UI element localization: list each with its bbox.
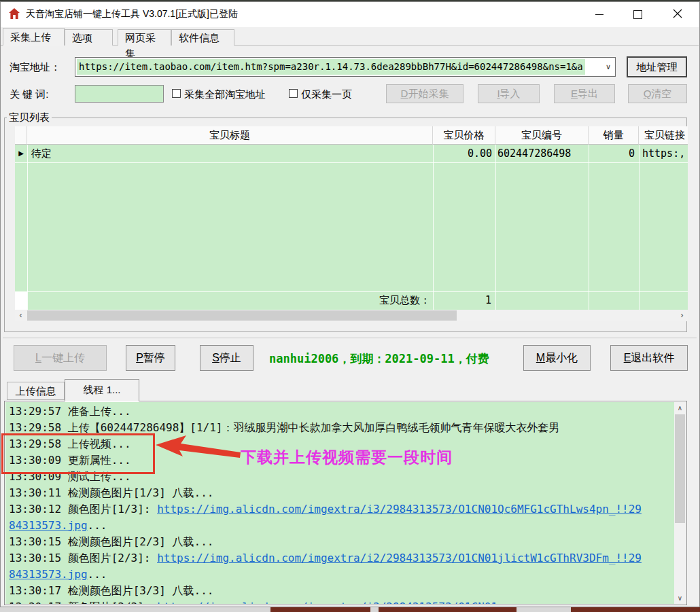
column-header-title[interactable]: 宝贝标题 [27, 126, 433, 145]
log-link[interactable]: https://img.alicdn.com/imgextra/i3/29843… [157, 600, 517, 604]
app-icon [8, 7, 20, 20]
button-label: 退出软件 [631, 352, 674, 363]
log-text: 13:30:11 检测颜色图片[1/3] 八载... [9, 486, 213, 499]
minimize-app-button[interactable]: M最小化 [523, 345, 591, 371]
button-label: 开始采集 [408, 88, 449, 99]
scroll-right-icon[interactable]: › [676, 310, 688, 321]
stop-button[interactable]: S停止 [200, 345, 253, 371]
log-line: 13:30:17 检测颜色图片[3/3] 八载... [9, 583, 644, 599]
tab-options[interactable]: 选项 [65, 29, 113, 46]
row-cell-link[interactable]: https:, [639, 145, 688, 162]
address-manage-button[interactable]: 地址管理 [627, 56, 687, 77]
taobao-address-combobox[interactable]: https://item.taobao.com/item.htm?spm=a23… [75, 57, 616, 77]
scroll-down-icon[interactable]: ∨ [674, 592, 686, 604]
table-body-background [15, 145, 688, 310]
tab-label: 选项 [72, 32, 92, 43]
collect-all-checkbox[interactable] [172, 89, 181, 98]
column-header-item-id[interactable]: 宝贝编号 [495, 126, 589, 145]
column-header-link[interactable]: 宝贝链接 [639, 126, 688, 145]
log-line: 13:30:12 颜色图片[1/3]: https://img.alicdn.c… [9, 501, 644, 534]
column-divider [639, 145, 640, 310]
background-window-fragment [379, 607, 517, 612]
log-text: 13:30:15 颜色图片[2/3]: [9, 552, 157, 564]
pause-button[interactable]: P暂停 [126, 345, 175, 371]
hotkey: M [536, 352, 545, 363]
button-label: 停止 [220, 352, 241, 363]
tab-collect-upload[interactable]: 采集上传 [3, 28, 65, 46]
one-click-upload-button[interactable]: L一键上传 [14, 345, 107, 371]
background-window-fragment [270, 607, 370, 612]
taobao-address-label: 淘宝地址： [10, 61, 60, 74]
log-line: 13:30:15 颜色图片[2/3]: https://img.alicdn.c… [9, 550, 644, 583]
tab-web-collect[interactable]: 网页采集 [118, 29, 171, 46]
button-label: 最小化 [545, 352, 578, 363]
column-divider [495, 145, 496, 310]
window-title: 天音淘宝店铺一键上传工具 V3.07.1[正式版]已登陆 [26, 8, 238, 20]
log-line: 13:30:15 检测颜色图片[2/3] 八载... [9, 534, 644, 550]
dropdown-arrow-icon[interactable]: ∨ [603, 59, 614, 75]
export-button[interactable]: E导出 [554, 84, 615, 103]
log-line: 13:29:57 准备上传... [9, 403, 644, 420]
keyword-label: 关 键 词: [10, 88, 49, 101]
clear-button[interactable]: Q清空 [628, 84, 687, 103]
minimize-button[interactable] [580, 2, 618, 27]
log-text: ... [88, 568, 107, 581]
exit-app-button[interactable]: E退出软件 [610, 345, 688, 371]
column-header-price[interactable]: 宝贝价格 [433, 126, 495, 145]
table-hscrollbar-thumb[interactable] [27, 310, 457, 321]
total-value: 1 [433, 291, 493, 309]
column-divider [589, 145, 589, 310]
annotation-highlight-rect [1, 433, 155, 474]
tab-thread-1[interactable]: 线程 1... [65, 379, 139, 401]
log-viewport[interactable]: 13:29:57 准备上传... 13:29:58 上传【60244728649… [5, 402, 674, 604]
panel-divider [3, 338, 697, 338]
taobao-address-value: https://item.taobao.com/item.htm?spm=a23… [77, 59, 585, 75]
tab-label: 采集上传 [10, 31, 51, 43]
hotkey: D [401, 88, 408, 99]
row-cell-item-id[interactable]: 602447286498 [495, 145, 589, 162]
annotation-note-text: 下载并上传视频需要一段时间 [241, 447, 453, 468]
import-button[interactable]: I导入 [478, 84, 540, 103]
log-text: 13:30:12 颜色图片[1/3]: [9, 503, 157, 516]
start-collect-button[interactable]: D开始采集 [386, 84, 463, 103]
button-label: 导出 [578, 88, 598, 99]
one-page-checkbox[interactable] [289, 89, 298, 98]
log-text: 13:30:15 检测颜色图片[2/3] 八载... [9, 535, 213, 548]
background-window-fragment [571, 607, 700, 612]
tab-label: 软件信息 [179, 32, 220, 43]
total-row-header-cell [15, 292, 27, 310]
hotkey: L [35, 352, 41, 363]
row-cell-sales[interactable]: 0 [589, 145, 639, 162]
tab-software-info[interactable]: 软件信息 [171, 29, 234, 46]
log-line: 13:30:17 颜色图片[3/3]: https://img.alicdn.c… [9, 599, 644, 604]
button-label: 一键上传 [41, 352, 85, 363]
close-icon [673, 9, 682, 21]
column-divider [27, 145, 28, 310]
minimize-icon [595, 14, 603, 15]
scroll-left-icon[interactable]: ‹ [15, 310, 27, 321]
maximize-icon [633, 10, 642, 19]
row-cell-title[interactable]: 待定 [27, 145, 433, 162]
column-header-sales[interactable]: 销量 [589, 126, 639, 145]
close-button[interactable] [657, 2, 698, 27]
hotkey: E [571, 88, 578, 99]
row-separator [15, 162, 688, 163]
tab-upload-info[interactable]: 上传信息 [7, 382, 65, 400]
hotkey: S [212, 352, 220, 363]
log-text: ... [88, 519, 107, 532]
log-text: 13:29:58 上传【602447286498】[1/1]：羽绒服男潮中长款加… [9, 421, 559, 434]
maximize-button[interactable] [618, 2, 657, 27]
total-label: 宝贝总数： [231, 291, 430, 309]
annotation-arrow-icon [154, 431, 245, 467]
log-text: 13:29:57 准备上传... [9, 405, 131, 418]
log-vscrollbar-thumb[interactable] [675, 414, 685, 523]
button-label: 清空 [651, 88, 671, 99]
log-line: 13:30:11 检测颜色图片[1/3] 八载... [9, 485, 644, 501]
column-divider [433, 145, 434, 310]
keyword-input[interactable] [75, 85, 164, 103]
scroll-up-icon[interactable]: ∧ [674, 402, 686, 414]
row-cell-price[interactable]: 0.00 [433, 145, 495, 162]
product-list-title: 宝贝列表 [7, 111, 52, 124]
log-text: 13:30:17 颜色图片[3/3]: [9, 600, 157, 604]
button-label: 导入 [500, 88, 521, 99]
